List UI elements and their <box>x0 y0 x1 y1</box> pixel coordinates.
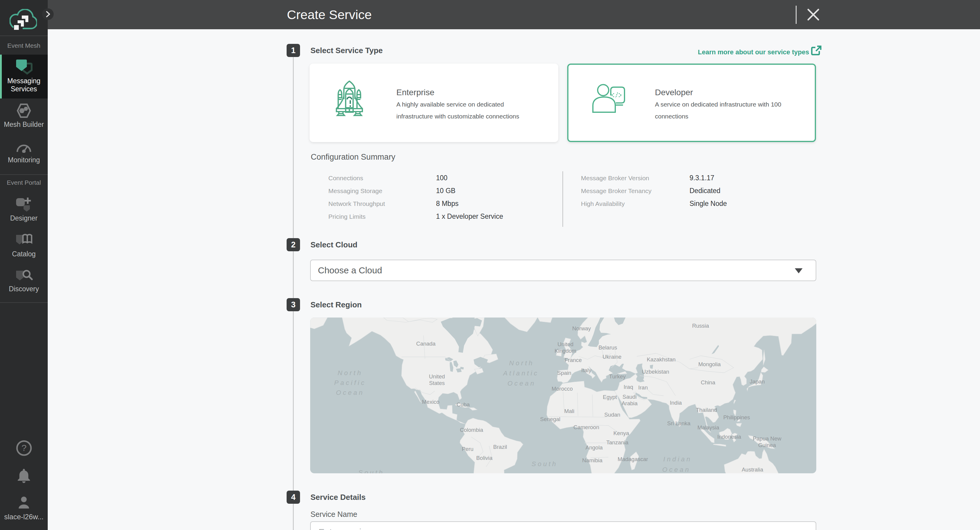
svg-text:Ocean: Ocean <box>336 389 364 396</box>
svg-text:Cuba: Cuba <box>457 401 470 408</box>
svg-text:Kingdom: Kingdom <box>554 348 576 354</box>
svg-text:North: North <box>337 369 363 377</box>
svg-text:Colombia: Colombia <box>460 427 484 433</box>
svg-text:Russia: Russia <box>692 322 709 329</box>
svg-text:Indonesia: Indonesia <box>717 434 741 440</box>
svg-text:Sudan: Sudan <box>604 412 620 418</box>
svg-text:Canada: Canada <box>416 340 436 347</box>
svg-text:Pacific: Pacific <box>334 379 366 386</box>
svg-text:Sri Lanka: Sri Lanka <box>667 420 691 426</box>
svg-text:India: India <box>670 399 682 406</box>
svg-text:United: United <box>557 341 573 347</box>
svg-text:Arabia: Arabia <box>622 400 638 407</box>
svg-text:Ukraine: Ukraine <box>603 354 622 360</box>
svg-text:Norway: Norway <box>572 325 591 332</box>
svg-text:Tanzania: Tanzania <box>606 439 629 445</box>
svg-text:Brazil: Brazil <box>493 444 507 450</box>
svg-text:Italy: Italy <box>581 367 592 374</box>
svg-text:Madagascar: Madagascar <box>618 456 648 462</box>
svg-text:Spain: Spain <box>557 370 571 376</box>
svg-text:Indian: Indian <box>663 455 692 463</box>
svg-text:Belarus: Belarus <box>598 344 617 351</box>
svg-text:Iran: Iran <box>638 385 648 391</box>
svg-text:Malaysia: Malaysia <box>698 425 720 431</box>
svg-text:United: United <box>429 374 445 380</box>
svg-text:Peru: Peru <box>462 446 473 452</box>
svg-text:Kenya: Kenya <box>614 430 629 436</box>
svg-text:Australia: Australia <box>742 466 764 473</box>
svg-text:China: China <box>701 379 716 386</box>
svg-text:Saudi: Saudi <box>622 394 636 400</box>
svg-text:States: States <box>429 380 445 386</box>
svg-text:Ocean: Ocean <box>662 466 691 473</box>
svg-text:North: North <box>509 359 534 367</box>
svg-text:Angola: Angola <box>585 444 603 451</box>
svg-text:Bolivia: Bolivia <box>476 455 493 461</box>
svg-text:Cameroon: Cameroon <box>574 424 599 430</box>
svg-text:Namibia: Namibia <box>582 457 603 463</box>
svg-text:Turkey: Turkey <box>609 374 626 380</box>
svg-text:South: South <box>358 469 384 473</box>
svg-text:Philippines: Philippines <box>723 414 750 420</box>
svg-text:Uzbekistan: Uzbekistan <box>642 369 669 375</box>
svg-text:Kazakhstan: Kazakhstan <box>647 356 676 362</box>
svg-text:Mexico: Mexico <box>422 399 440 405</box>
svg-text:Egypt: Egypt <box>603 394 617 400</box>
svg-text:Japan: Japan <box>750 378 765 385</box>
svg-text:Atlantic: Atlantic <box>503 369 539 377</box>
svg-text:Iraq: Iraq <box>624 384 633 390</box>
svg-text:Thailand: Thailand <box>696 407 717 413</box>
svg-text:Papua New: Papua New <box>753 436 781 442</box>
svg-text:South: South <box>531 460 558 468</box>
svg-text:Mongolia: Mongolia <box>698 361 721 367</box>
svg-text:Guinea: Guinea <box>758 442 776 448</box>
svg-text:Mali: Mali <box>564 408 574 414</box>
svg-text:France: France <box>565 357 582 363</box>
svg-text:Ocean: Ocean <box>508 380 536 387</box>
svg-text:?: ? <box>21 443 27 453</box>
svg-text:Senegal: Senegal <box>540 416 560 422</box>
svg-text:Morocco: Morocco <box>552 386 573 392</box>
